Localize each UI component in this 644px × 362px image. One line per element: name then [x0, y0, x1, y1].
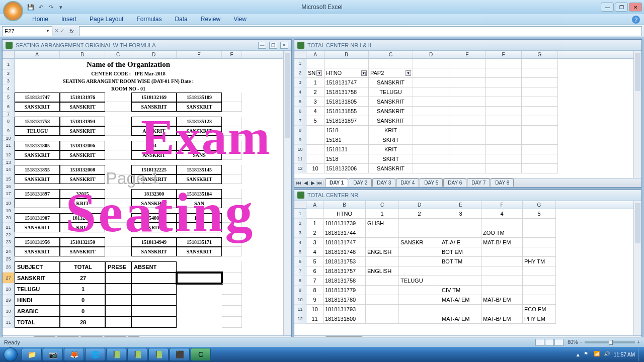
- restore-button[interactable]: ❐: [615, 3, 628, 12]
- sheet-tab[interactable]: DAY 6: [443, 178, 466, 187]
- vertical-scrollbar[interactable]: [283, 51, 291, 335]
- zoom-out-icon[interactable]: −: [580, 339, 583, 345]
- taskbar-item[interactable]: 📗: [106, 348, 126, 361]
- normal-view-icon[interactable]: [535, 339, 544, 346]
- formula-bar: E27 ▼ ✕ ✓ fx: [0, 25, 644, 37]
- name-box[interactable]: E27 ▼: [2, 26, 52, 36]
- sheet-tab[interactable]: DAY 8: [491, 178, 514, 187]
- sheet-tab[interactable]: DAY 4: [396, 178, 419, 187]
- vertical-scrollbar[interactable]: [633, 201, 641, 335]
- app-title: Microsoft Excel: [301, 4, 342, 11]
- help-icon[interactable]: ?: [632, 16, 640, 24]
- name-box-value: E27: [5, 28, 15, 34]
- fx-icon[interactable]: fx: [66, 28, 77, 34]
- tray-expand-icon[interactable]: ▲: [576, 352, 581, 357]
- sheet-tab[interactable]: DAY 2: [349, 178, 372, 187]
- sheet-tab[interactable]: DAY 7: [467, 178, 490, 187]
- worksheet-grid[interactable]: ABCDEF1Name of the Organization2CENTER C…: [3, 51, 283, 335]
- taskbar: 📁 📷 🦊 🌐 📗 📗 📗 ⬛ C ▲ ⚑ 📶 🔊 11:57 AM: [0, 347, 644, 362]
- sheet-tab[interactable]: DAY 1: [325, 178, 348, 187]
- save-icon[interactable]: 💾: [26, 3, 35, 12]
- tab-insert[interactable]: Insert: [55, 14, 83, 25]
- status-bar: Ready 60% − +: [0, 337, 644, 347]
- quick-access-toolbar: 💾 ↶ ↷ ▾: [26, 3, 65, 12]
- undo-icon[interactable]: ↶: [36, 3, 45, 12]
- workbook-seating: SEATING ARRANGEMENT ORIGINAL WITH FORMUL…: [2, 39, 292, 345]
- clock[interactable]: 11:57 AM: [614, 352, 635, 357]
- workspace: SEATING ARRANGEMENT ORIGINAL WITH FORMUL…: [0, 37, 644, 347]
- tab-page-layout[interactable]: Page Layout: [84, 14, 129, 25]
- enter-formula-icon[interactable]: ✓: [60, 28, 64, 34]
- panel-minimize-button[interactable]: —: [258, 42, 266, 49]
- zoom-control[interactable]: 60% − +: [568, 339, 640, 345]
- taskbar-item[interactable]: 📗: [148, 348, 169, 361]
- close-button[interactable]: ✕: [629, 3, 642, 12]
- tab-formulas[interactable]: Formulas: [130, 14, 168, 25]
- worksheet-grid[interactable]: ABCDEFG1HTNO12345211818131739GLISH321818…: [294, 201, 633, 335]
- excel-file-icon: [6, 42, 13, 49]
- panel-title-text: SEATING ARRANGEMENT ORIGINAL WITH FORMUL…: [16, 42, 156, 48]
- title-bar: 💾 ↶ ↷ ▾ Microsoft Excel — ❐ ✕: [0, 0, 644, 14]
- taskbar-item[interactable]: ⬛: [170, 348, 190, 361]
- tab-view[interactable]: View: [227, 14, 253, 25]
- vertical-scrollbar[interactable]: [633, 51, 641, 178]
- tab-data[interactable]: Data: [169, 14, 193, 25]
- formula-input[interactable]: [79, 26, 642, 36]
- cancel-formula-icon[interactable]: ✕: [54, 28, 59, 34]
- page-layout-view-icon[interactable]: [545, 339, 554, 346]
- system-tray[interactable]: ▲ ⚑ 📶 🔊 11:57 AM: [576, 348, 644, 361]
- view-buttons[interactable]: [535, 339, 564, 346]
- formula-buttons: ✕ ✓: [54, 28, 64, 34]
- worksheet-grid[interactable]: ABCDEFG12SN▼HTNO▼|PAP2▼311518131747SANSK…: [294, 51, 633, 178]
- zoom-slider[interactable]: [585, 341, 635, 343]
- sheet-nav-buttons[interactable]: ⏮◀▶⏭: [294, 180, 325, 186]
- workbook-total-center-2: TOTAL CENTER NR ABCDEFG1HTNO123452118181…: [294, 190, 642, 345]
- office-button[interactable]: [3, 1, 23, 21]
- taskbar-item[interactable]: 🌐: [85, 348, 105, 361]
- qat-customize-icon[interactable]: ▾: [56, 3, 65, 12]
- redo-icon[interactable]: ↷: [46, 3, 55, 12]
- chevron-down-icon[interactable]: ▼: [46, 29, 50, 33]
- tab-home[interactable]: Home: [26, 14, 54, 25]
- volume-icon[interactable]: 🔊: [604, 351, 611, 358]
- ribbon-tabs: Home Insert Page Layout Formulas Data Re…: [0, 14, 644, 25]
- panel-title-bar[interactable]: TOTAL CENTER NR I & II: [294, 40, 641, 51]
- sheet-tab-bar: ⏮◀▶⏭ DAY 1 DAY 2 DAY 3 DAY 4 DAY 5 DAY 6…: [294, 178, 641, 187]
- show-desktop-button[interactable]: [638, 348, 642, 361]
- sheet-tab[interactable]: DAY 5: [420, 178, 443, 187]
- panel-title-text: TOTAL CENTER NR: [307, 192, 358, 198]
- minimize-button[interactable]: —: [601, 3, 614, 12]
- start-button[interactable]: [0, 347, 21, 362]
- panel-title-bar[interactable]: SEATING ARRANGEMENT ORIGINAL WITH FORMUL…: [3, 40, 291, 51]
- panel-close-button[interactable]: ✕: [280, 42, 288, 49]
- taskbar-item[interactable]: C: [191, 348, 211, 361]
- taskbar-item[interactable]: 📷: [43, 348, 63, 361]
- status-ready: Ready: [4, 339, 20, 345]
- taskbar-item[interactable]: 📗: [127, 348, 147, 361]
- taskbar-item[interactable]: 📁: [22, 348, 42, 361]
- panel-title-bar[interactable]: TOTAL CENTER NR: [294, 190, 641, 201]
- action-center-icon[interactable]: ⚑: [584, 351, 591, 358]
- network-icon[interactable]: 📶: [594, 351, 601, 358]
- tab-review[interactable]: Review: [195, 14, 226, 25]
- zoom-in-icon[interactable]: +: [637, 339, 640, 345]
- page-break-view-icon[interactable]: [554, 339, 564, 346]
- panel-restore-button[interactable]: ❐: [269, 42, 277, 49]
- workbook-total-center-1: TOTAL CENTER NR I & II ABCDEFG12SN▼HTNO▼…: [294, 39, 642, 188]
- sheet-tab[interactable]: DAY 3: [372, 178, 395, 187]
- excel-file-icon: [297, 192, 304, 199]
- zoom-level: 60%: [568, 339, 578, 345]
- excel-file-icon: [297, 42, 304, 49]
- taskbar-item[interactable]: 🦊: [64, 348, 84, 361]
- panel-title-text: TOTAL CENTER NR I & II: [307, 42, 371, 48]
